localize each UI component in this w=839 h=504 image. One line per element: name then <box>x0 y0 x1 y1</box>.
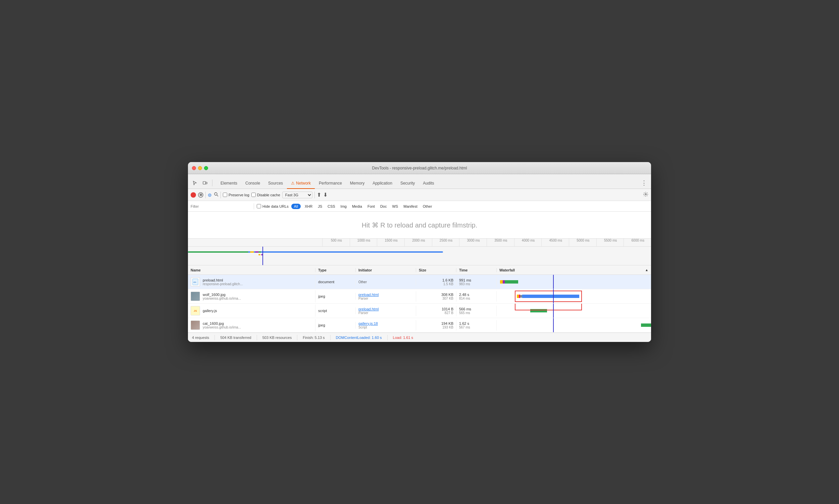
ruler-mark-500: 500 ms <box>322 238 350 246</box>
file-icon-img2 <box>191 292 200 301</box>
preserve-log-input[interactable] <box>223 193 227 197</box>
table-row[interactable]: cat_1600.jpg yoavweiss.github.io/ima... … <box>188 318 651 332</box>
warning-icon: ⚠ <box>291 181 294 185</box>
upload-icon[interactable]: ⬆ <box>317 192 321 198</box>
filter-input[interactable] <box>191 204 251 209</box>
filter-css-button[interactable]: CSS <box>326 204 337 209</box>
cursor-icon[interactable] <box>191 179 199 187</box>
table-row[interactable]: wolf_1600.jpg yoavweiss.github.io/ima...… <box>188 289 651 304</box>
filter-js-button[interactable]: JS <box>317 204 323 209</box>
time-cell-3: 566 ms 565 ms <box>457 306 497 316</box>
initiator-cell-4: gallery.js:18 Script <box>356 320 416 330</box>
filter-media-button[interactable]: Media <box>351 204 363 209</box>
filter-other-button[interactable]: Other <box>422 204 433 209</box>
minimize-button[interactable] <box>198 166 202 170</box>
time-cell-1: 991 ms 983 ms <box>457 277 497 287</box>
preserve-log-checkbox[interactable]: Preserve log <box>223 193 249 197</box>
ruler-mark-3000: 3000 ms <box>459 238 487 246</box>
tabs: Elements Console Sources ⚠Network Perfor… <box>216 178 640 188</box>
tab-performance[interactable]: Performance <box>315 178 346 189</box>
svg-line-3 <box>217 195 218 197</box>
fullscreen-button[interactable] <box>204 166 208 170</box>
hide-data-urls-checkbox[interactable]: Hide data URLs <box>257 204 289 209</box>
clear-button[interactable] <box>198 192 203 198</box>
status-sep-1 <box>214 335 215 340</box>
vline-row4 <box>553 318 554 332</box>
file-icon-js: JS <box>191 306 200 316</box>
device-toggle-icon[interactable] <box>201 179 210 187</box>
window-title: DevTools - responsive-preload.glitch.me/… <box>372 166 467 170</box>
file-icon-html: </> <box>191 277 200 287</box>
waterfall-cell-1 <box>497 275 651 289</box>
time-cell-2: 2.48 s 814 ms <box>457 291 497 302</box>
ruler-mark-2000: 2000 ms <box>405 238 432 246</box>
filter-all-button[interactable]: All <box>291 204 301 209</box>
initiator-cell-3: preload.html Parser <box>356 306 416 316</box>
filter-doc-button[interactable]: Doc <box>379 204 388 209</box>
filter-img-button[interactable]: Img <box>339 204 348 209</box>
table-row[interactable]: </> preload.html responsive-preload.glit… <box>188 275 651 289</box>
th-time: Time <box>457 268 497 272</box>
filter-manifest-button[interactable]: Manifest <box>402 204 419 209</box>
name-cell-4: cat_1600.jpg yoavweiss.github.io/ima... <box>188 319 316 331</box>
download-icon[interactable]: ⬇ <box>323 192 327 198</box>
tab-elements[interactable]: Elements <box>216 178 241 189</box>
toolbar-icons <box>191 179 214 187</box>
toolbar-divider-1 <box>206 192 206 198</box>
filter-xhr-button[interactable]: XHR <box>303 204 314 209</box>
tab-memory[interactable]: Memory <box>346 178 369 189</box>
status-requests: 4 requests <box>192 336 209 340</box>
timeline-tracks <box>188 247 651 266</box>
network-table: Name Type Initiator Size Time Waterfall … <box>188 266 651 332</box>
tab-application[interactable]: Application <box>369 178 396 189</box>
throttle-select[interactable]: Fast 3G Slow 3G No throttling <box>282 192 313 198</box>
filter-ws-button[interactable]: WS <box>391 204 399 209</box>
tab-sources[interactable]: Sources <box>264 178 287 189</box>
waterfall-cell-3 <box>497 304 651 318</box>
devtools-panel: Elements Console Sources ⚠Network Perfor… <box>188 174 651 342</box>
table-row[interactable]: JS gallery.js script preload.html Parser… <box>188 304 651 318</box>
status-resources: 503 KB resources <box>263 336 292 340</box>
sort-asc-icon[interactable]: ▲ <box>645 268 648 272</box>
close-button[interactable] <box>192 166 196 170</box>
vline-row1 <box>553 275 554 289</box>
filter-font-button[interactable]: Font <box>366 204 376 209</box>
ruler-mark-3500: 3500 ms <box>487 238 514 246</box>
filmstrip-hint: Hit ⌘ R to reload and capture filmstrip. <box>362 221 478 229</box>
th-waterfall: Waterfall ▲ <box>497 268 651 272</box>
status-transferred: 504 KB transferred <box>220 336 251 340</box>
tab-audits[interactable]: Audits <box>419 178 438 189</box>
network-toolbar: ⊜ Preserve log Disable cache Fast 3G Slo… <box>188 189 651 201</box>
more-options-icon[interactable]: ⋮ <box>640 179 648 187</box>
disable-cache-input[interactable] <box>251 193 256 197</box>
ruler-mark-5500: 5500 ms <box>596 238 624 246</box>
track-green <box>188 251 248 253</box>
status-sep-3 <box>297 335 297 340</box>
svg-rect-0 <box>203 182 206 184</box>
filter-icon[interactable]: ⊜ <box>208 192 212 198</box>
tab-console[interactable]: Console <box>241 178 264 189</box>
hide-data-urls-input[interactable] <box>257 204 261 209</box>
tab-network[interactable]: ⚠Network <box>287 178 315 189</box>
type-cell-4: jpeg <box>316 322 356 328</box>
disable-cache-checkbox[interactable]: Disable cache <box>251 193 280 197</box>
waterfall-cell-4 <box>497 318 651 332</box>
tab-security[interactable]: Security <box>396 178 419 189</box>
status-bar: 4 requests 504 KB transferred 503 KB res… <box>188 332 651 342</box>
settings-icon[interactable] <box>643 192 648 198</box>
filter-bar: Hide data URLs All XHR JS CSS Img Media … <box>188 201 651 212</box>
ruler-mark-5000: 5000 ms <box>569 238 596 246</box>
ruler-mark-1000: 1000 ms <box>350 238 377 246</box>
initiator-cell-1: Other <box>356 279 416 285</box>
svg-point-4 <box>645 194 646 195</box>
type-cell-2: jpeg <box>316 293 356 300</box>
th-initiator: Initiator <box>356 268 416 272</box>
size-cell-1: 1.6 KB 1.5 KB <box>416 277 457 287</box>
time-cell-4: 1.62 s 567 ms <box>457 320 497 330</box>
traffic-lights[interactable] <box>192 166 208 170</box>
file-icon-img4 <box>191 321 200 330</box>
filter-separator <box>254 203 254 210</box>
record-button[interactable] <box>191 192 196 198</box>
waterfall-cell-2 <box>497 289 651 303</box>
search-icon[interactable] <box>214 192 218 198</box>
